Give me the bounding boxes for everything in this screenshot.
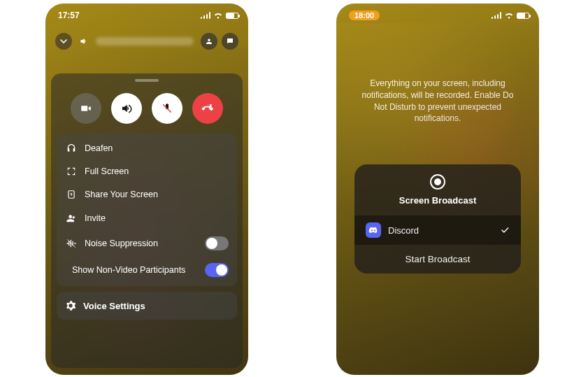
option-label: Full Screen xyxy=(85,166,129,176)
battery-icon xyxy=(226,13,238,19)
status-bar: 18:00 xyxy=(336,3,539,23)
option-show-nonvideo[interactable]: Show Non-Video Participants xyxy=(64,257,230,283)
check-icon xyxy=(500,225,510,235)
wifi-icon xyxy=(213,12,223,19)
battery-icon xyxy=(517,13,529,19)
mute-button[interactable] xyxy=(152,93,182,124)
speaker-icon xyxy=(79,36,89,46)
status-time: 17:57 xyxy=(58,10,80,20)
option-label: Show Non-Video Participants xyxy=(72,265,185,275)
channel-bar xyxy=(45,23,248,50)
chat-icon xyxy=(226,37,234,45)
option-fullscreen[interactable]: Full Screen xyxy=(64,160,230,183)
mic-off-icon xyxy=(162,103,173,114)
record-icon xyxy=(430,174,445,190)
cell-signal-icon xyxy=(201,12,210,19)
option-label: Noise Suppression xyxy=(85,239,158,248)
chat-button[interactable] xyxy=(222,33,238,50)
status-bar: 17:57 xyxy=(45,3,248,23)
wifi-icon xyxy=(504,12,514,19)
broadcast-header: Screen Broadcast xyxy=(354,164,521,215)
broadcast-sheet: Screen Broadcast Discord Start Broadcast xyxy=(354,164,521,273)
voice-settings-button[interactable]: Voice Settings xyxy=(57,292,237,320)
control-row xyxy=(57,93,237,124)
camera-button[interactable] xyxy=(71,93,101,124)
broadcast-app-row[interactable]: Discord xyxy=(354,215,521,245)
phone-left: 17:57 xyxy=(45,3,248,375)
option-label: Share Your Screen xyxy=(85,190,158,199)
option-list: Deafen Full Screen Share Your Screen Inv… xyxy=(57,134,237,286)
start-broadcast-button[interactable]: Start Broadcast xyxy=(354,245,521,273)
channel-title-blurred xyxy=(96,37,194,45)
voice-settings-label: Voice Settings xyxy=(83,301,145,311)
invite-icon xyxy=(65,213,78,224)
gear-icon xyxy=(65,300,76,311)
fullscreen-icon xyxy=(65,166,78,176)
hangup-icon xyxy=(201,102,214,115)
hangup-button[interactable] xyxy=(192,93,223,124)
speaker-button[interactable] xyxy=(111,93,142,124)
broadcast-app-name: Discord xyxy=(388,225,419,236)
collapse-button[interactable] xyxy=(55,33,72,50)
camera-icon xyxy=(80,102,92,115)
phone-right: 18:00 Everything on your screen, includi… xyxy=(336,3,539,375)
sheet-grabber[interactable] xyxy=(135,79,159,82)
people-icon xyxy=(205,37,213,45)
status-time-pill: 18:00 xyxy=(349,10,380,20)
option-deafen[interactable]: Deafen xyxy=(64,136,230,160)
members-button[interactable] xyxy=(201,33,217,50)
chevron-down-icon xyxy=(60,38,67,45)
start-broadcast-label: Start Broadcast xyxy=(405,254,470,264)
screen-share-icon xyxy=(65,189,78,200)
noise-icon xyxy=(65,238,78,249)
option-label: Invite xyxy=(85,213,106,223)
shownv-toggle[interactable] xyxy=(205,263,229,277)
option-noise-suppression[interactable]: Noise Suppression xyxy=(64,230,230,257)
broadcast-title: Screen Broadcast xyxy=(354,195,521,206)
cell-signal-icon xyxy=(492,12,501,19)
option-label: Deafen xyxy=(85,143,113,153)
call-sheet: Deafen Full Screen Share Your Screen Inv… xyxy=(51,73,243,368)
option-share-screen[interactable]: Share Your Screen xyxy=(64,183,230,206)
headphones-icon xyxy=(65,143,78,154)
option-invite[interactable]: Invite xyxy=(64,206,230,230)
discord-icon xyxy=(366,222,381,238)
volume-icon xyxy=(120,102,133,115)
status-icons xyxy=(201,12,238,19)
status-icons xyxy=(492,12,529,19)
noise-toggle[interactable] xyxy=(205,236,229,250)
